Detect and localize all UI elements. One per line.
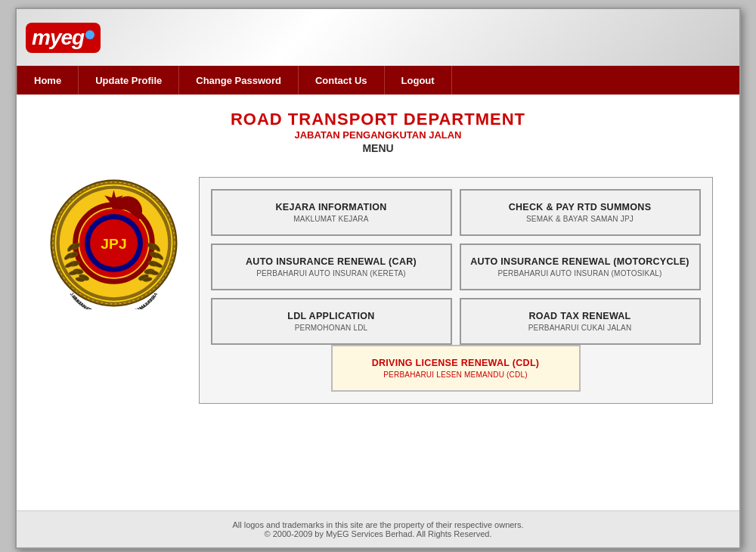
- footer-line2: © 2000-2009 by MyEG Services Berhad. All…: [26, 529, 730, 538]
- auto-insurance-car-title: AUTO INSURANCE RENEWAL (CAR): [246, 256, 417, 267]
- header: myeg: [17, 9, 739, 66]
- menu-rows-container: KEJARA INFORMATIONMAKLUMAT KEJARACHECK &…: [211, 189, 701, 345]
- bottom-btn-sub: PERBAHARUI LESEN MEMANDU (CDL): [383, 371, 527, 379]
- road-tax-renewal-button[interactable]: ROAD TAX RENEWALPERBAHARUI CUKAI JALAN: [460, 298, 701, 345]
- ldl-application-sub: PERMOHONAN LDL: [295, 324, 368, 332]
- logo-text: myeg: [32, 26, 84, 50]
- auto-insurance-motorcycle-button[interactable]: AUTO INSURANCE RENEWAL (MOTORCYCLE)PERBA…: [460, 243, 701, 290]
- title-main: ROAD TRANSPORT DEPARTMENT: [39, 110, 717, 129]
- content-area: JPJ: [39, 177, 717, 404]
- nav-item-contact-us[interactable]: Contact Us: [299, 66, 385, 95]
- main-content: ROAD TRANSPORT DEPARTMENT JABATAN PENGAN…: [17, 95, 739, 510]
- nav-item-logout[interactable]: Logout: [385, 66, 452, 95]
- navbar: HomeUpdate ProfileChange PasswordContact…: [17, 66, 739, 95]
- auto-insurance-car-sub: PERBAHARUI AUTO INSURAN (KERETA): [256, 269, 406, 278]
- ldl-application-button[interactable]: LDL APPLICATIONPERMOHONAN LDL: [211, 298, 452, 345]
- nav-item-update-profile[interactable]: Update Profile: [79, 66, 179, 95]
- auto-insurance-car-button[interactable]: AUTO INSURANCE RENEWAL (CAR)PERBAHARUI A…: [211, 243, 452, 290]
- app-container: myeg HomeUpdate ProfileChange PasswordCo…: [15, 8, 741, 549]
- auto-insurance-motorcycle-title: AUTO INSURANCE RENEWAL (MOTORCYCLE): [470, 256, 689, 267]
- check-pay-rtd-summons-title: CHECK & PAY RTD SUMMONS: [509, 202, 652, 212]
- road-tax-renewal-sub: PERBAHARUI CUKAI JALAN: [528, 324, 632, 332]
- menu-row-bottom: DRIVING LICENSE RENEWAL (CDL) PERBAHARUI…: [211, 345, 701, 392]
- driving-license-renewal-button[interactable]: DRIVING LICENSE RENEWAL (CDL) PERBAHARUI…: [331, 345, 581, 392]
- kejara-information-title: KEJARA INFORMATION: [275, 202, 386, 212]
- auto-insurance-motorcycle-sub: PERBAHARUI AUTO INSURAN (MOTOSIKAL): [497, 269, 662, 278]
- menu-row-1: AUTO INSURANCE RENEWAL (CAR)PERBAHARUI A…: [211, 243, 701, 290]
- footer-line1: All logos and trademarks in this site ar…: [26, 520, 730, 529]
- logo-container: myeg: [26, 23, 101, 53]
- nav-item-change-password[interactable]: Change Password: [179, 66, 299, 95]
- title-sub: JABATAN PENGANGKUTAN JALAN: [39, 129, 717, 141]
- title-menu: MENU: [39, 142, 717, 154]
- jpj-emblem: JPJ: [48, 177, 180, 309]
- logo-dot: [85, 30, 94, 39]
- nav-item-home[interactable]: Home: [17, 66, 79, 95]
- menu-row-2: LDL APPLICATIONPERMOHONAN LDLROAD TAX RE…: [211, 298, 701, 345]
- ldl-application-title: LDL APPLICATION: [287, 311, 374, 321]
- logo-box: myeg: [26, 23, 101, 53]
- footer: All logos and trademarks in this site ar…: [17, 510, 739, 547]
- check-pay-rtd-summons-sub: SEMAK & BAYAR SAMAN JPJ: [526, 215, 634, 223]
- menu-row-0: KEJARA INFORMATIONMAKLUMAT KEJARACHECK &…: [211, 189, 701, 236]
- menu-grid: KEJARA INFORMATIONMAKLUMAT KEJARACHECK &…: [199, 177, 713, 404]
- kejara-information-button[interactable]: KEJARA INFORMATIONMAKLUMAT KEJARA: [211, 189, 452, 236]
- bottom-btn-title: DRIVING LICENSE RENEWAL (CDL): [372, 358, 540, 368]
- road-tax-renewal-title: ROAD TAX RENEWAL: [528, 311, 631, 321]
- page-title: ROAD TRANSPORT DEPARTMENT JABATAN PENGAN…: [39, 110, 717, 154]
- check-pay-rtd-summons-button[interactable]: CHECK & PAY RTD SUMMONSSEMAK & BAYAR SAM…: [460, 189, 701, 236]
- kejara-information-sub: MAKLUMAT KEJARA: [293, 215, 368, 223]
- jpj-logo: JPJ: [44, 177, 184, 309]
- svg-text:JPJ: JPJ: [101, 236, 126, 252]
